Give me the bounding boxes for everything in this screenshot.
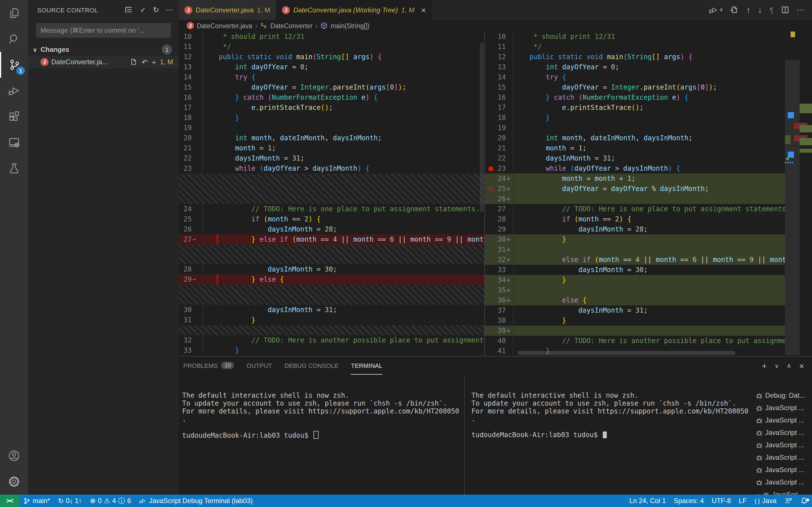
line-number[interactable]: 34 [496,275,506,285]
horizontal-scrollbar[interactable] [518,351,735,355]
feedback-indicator[interactable] [780,497,796,505]
remote-indicator[interactable]: >< [0,495,19,507]
language-mode[interactable]: { } Java [751,497,780,505]
line-number[interactable]: 20 [496,133,506,143]
line-number[interactable]: 31 [179,315,192,325]
breakpoint-gutter[interactable] [485,204,496,214]
code-row-line-25[interactable]: 25+ dayOfYear = dayOfYear % daysInMonth; [485,184,785,194]
encoding[interactable]: UTF-8 [708,497,735,505]
tab-output[interactable]: OUTPUT [247,356,272,375]
code-row-line-27[interactable]: 27− } else if (month == 4 || month == 6 … [179,234,485,244]
line-number[interactable]: 13 [496,62,506,72]
code-line-content[interactable] [513,285,785,295]
indentation[interactable]: Spaces: 4 [670,497,708,505]
code-line-content[interactable]: month = month + 1; [513,173,785,184]
breakpoint-gutter[interactable] [485,336,496,346]
breakpoint-gutter[interactable] [485,93,496,103]
open-file-icon[interactable] [130,58,138,66]
code-row-line-24[interactable]: 24 // TODO: Here is one place to put ass… [179,204,485,214]
code-line-content[interactable]: * should print 12/31 [202,32,485,42]
whitespace-toggle-icon[interactable]: ¶ [769,6,774,14]
code-row-line-40[interactable]: 40 // TODO: Here is another possible pla… [485,336,785,346]
code-row-line-33[interactable]: 33 } [179,345,485,355]
code-row-line-20[interactable]: 20 int month, dateInMonth, daysInMonth; [485,133,785,143]
code-row-line-38[interactable]: 38 } [485,316,785,326]
code-line-content[interactable]: int month, dateInMonth, daysInMonth; [202,133,485,143]
code-row-line-39[interactable]: 39+ [485,326,785,336]
previous-change-icon[interactable]: ↑ [746,6,751,14]
code-line-content[interactable]: public static void main(String[] args) { [513,52,785,62]
terminal-list-item-javascript-[interactable]: JavaScript ... [751,476,812,489]
terminal-pane-right[interactable]: The default interactive shell is now zsh… [464,375,742,495]
changed-file-row[interactable]: J DateConverter.ja... ↶ + 1, M [28,56,179,68]
code-line-content[interactable]: // TODO: Here is another possible place … [513,336,785,346]
breakpoint-gutter[interactable] [485,224,496,234]
tab-terminal[interactable]: TERMINAL [351,356,382,375]
activity-item-explorer[interactable] [0,0,28,26]
code-line-content[interactable]: dayOfYear = Integer.parseInt(args[0]); [513,82,785,93]
code-line-content[interactable]: public static void main(String[] args) { [202,52,485,62]
line-number[interactable]: 33 [496,265,506,275]
code-line-content[interactable]: // TODO: Here is one place to put assign… [513,204,785,214]
code-row-line-31[interactable]: 31 } [179,315,485,325]
line-number[interactable]: 25 [496,184,506,194]
breakpoint-gutter[interactable] [485,275,496,285]
breakpoint-gutter[interactable] [485,72,496,82]
code-row-line-13[interactable]: 13 int dayOfYear = 0; [179,62,485,72]
line-number[interactable]: 22 [179,153,192,163]
code-line-content[interactable]: try { [202,72,485,82]
line-number[interactable]: 15 [496,82,506,93]
line-number[interactable]: 28 [179,264,192,274]
code-row-line-18[interactable]: 18 } [485,113,785,123]
code-line-content[interactable]: // TODO: Here is another possible place … [202,335,485,345]
line-number[interactable]: 28 [496,214,506,224]
breakpoint-gutter[interactable] [485,244,496,255]
changes-section-header[interactable]: ∨ Changes 1 [28,43,179,56]
stage-changes-icon[interactable]: + [152,58,156,66]
activity-item-search[interactable] [0,26,28,52]
code-row-line-35[interactable]: 35+ [485,285,785,295]
code-row-line-17[interactable]: 17 e.printStackTrace(); [179,103,485,113]
code-row-line-14[interactable]: 14 try { [179,72,485,82]
tab-debug-console[interactable]: DEBUG CONSOLE [285,356,339,375]
line-number[interactable]: 26 [496,194,506,204]
code-row-line-29[interactable]: 29 daysInMonth = 28; [485,224,785,234]
code-row-line-21[interactable]: 21 month = 1; [179,143,485,153]
line-number[interactable]: 30 [496,234,506,244]
code-row-line-33[interactable]: 33 daysInMonth = 30; [485,265,785,275]
line-number[interactable]: 25 [179,214,192,224]
activity-item-settings[interactable] [0,469,28,495]
terminal-list-item-javascript-[interactable]: JavaScript ... [751,451,812,464]
line-number[interactable]: 23 [496,163,506,173]
line-number[interactable]: 10 [496,32,506,42]
line-number[interactable]: 18 [179,113,192,123]
breakpoint-gutter[interactable] [485,103,496,113]
code-row-line-16[interactable]: 16 } catch (NumberFormatException e) { [485,93,785,103]
split-editor-icon[interactable] [781,6,790,14]
code-line-content[interactable]: } else { [202,274,485,284]
next-change-icon[interactable]: ↓ [758,6,762,14]
line-number[interactable]: 37 [496,305,506,316]
code-row-line-18[interactable]: 18 } [179,113,485,123]
code-line-content[interactable]: daysInMonth = 28; [202,224,485,234]
code-line-content[interactable]: daysInMonth = 31; [202,305,485,315]
breadcrumb-method[interactable]: main(String[]) [331,22,370,29]
code-line-content[interactable]: while (dayOfYear > daysInMonth) { [202,163,485,173]
line-number[interactable]: 24 [496,173,506,184]
breakpoint-gutter[interactable] [485,326,496,336]
line-number[interactable]: 32 [179,335,192,345]
terminal-list-item-javascript-[interactable]: JavaScript ... [751,402,812,414]
terminal-list-item-javascript-[interactable]: JavaScript ... [751,464,812,476]
line-number[interactable]: 18 [496,113,506,123]
code-row-line-29[interactable]: 29− } else { [179,274,485,284]
code-row-line-36[interactable]: 36+ else { [485,295,785,305]
breakpoint-gutter[interactable] [485,52,496,62]
breakpoint-gutter[interactable] [485,316,496,326]
code-row-line-32[interactable]: 32 // TODO: Here is another possible pla… [179,335,485,345]
code-line-content[interactable]: if (month == 2) { [202,214,485,224]
code-line-content[interactable] [513,194,785,204]
open-file-icon[interactable] [730,6,739,14]
code-row-line-10[interactable]: 10 * should print 12/31 [179,32,485,42]
code-line-content[interactable]: daysInMonth = 31; [513,153,785,163]
tab-dateconverter-working-tree[interactable]: J DateConverter.java (Working Tree) 1, M… [276,0,432,20]
